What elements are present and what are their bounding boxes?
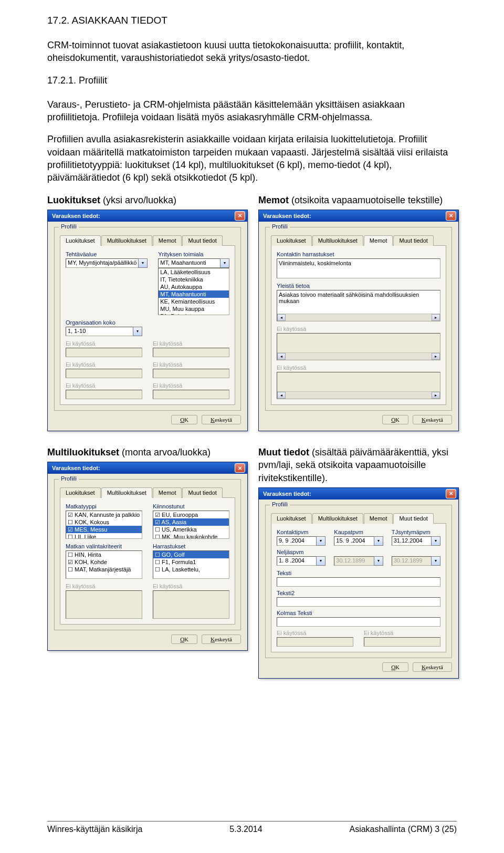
list-item[interactable]: LA, Lääketeollisuus <box>159 268 229 276</box>
label-yrityksen-toimiala: Yrityksen toimiala <box>158 251 229 257</box>
textarea-yleista[interactable]: Asiakas toivoo materiaalit sähköisinä ma… <box>277 290 440 321</box>
combo-org-koko[interactable]: 1, 1-10 ▾ <box>66 327 142 336</box>
disabled-checklist <box>66 590 142 619</box>
horizontal-scrollbar[interactable]: ◂ ▸ <box>277 314 440 321</box>
list-item[interactable]: MT, Maahantuonti <box>159 290 229 298</box>
checklist-item[interactable]: KOH, Kohde <box>66 558 142 566</box>
heading-muut-tiedot: Muut tiedot (sisältää päivämääräkenttiä,… <box>258 446 459 484</box>
scroll-left-icon[interactable]: ◂ <box>277 314 286 321</box>
label-harrastukset: Harrastukset <box>153 543 229 549</box>
close-icon[interactable] <box>446 211 456 221</box>
tab-memot[interactable]: Memot <box>364 235 393 246</box>
label-harrastukset: Kontaktin harrastukset <box>277 251 440 257</box>
label-disabled: Ei käytössä <box>277 630 353 636</box>
input-kolmas-teksti[interactable] <box>277 617 440 627</box>
tab-luokitukset[interactable]: Luokitukset <box>271 235 312 246</box>
label-disabled: Ei käytössä <box>277 326 440 332</box>
subheading-profiilit: 17.2.1. Profiilit <box>47 74 457 87</box>
textarea-harrastukset[interactable]: Viininmaistelu, koskimelonta <box>277 258 440 278</box>
date-kontaktipvm[interactable]: 9. 9 .2004▾ <box>277 536 326 546</box>
date-neljaspvm[interactable]: 1. 8 .2004▾ <box>277 556 326 566</box>
tab-multiluokitukset[interactable]: Multiluokitukset <box>312 235 363 246</box>
tab-memot[interactable]: Memot <box>153 487 182 498</box>
titlebar[interactable]: Varauksen tiedot: <box>48 210 247 222</box>
list-item[interactable]: KE, Kemianteollisuus <box>159 298 229 305</box>
document-page: 17.2. ASIAKKAAN TIEDOT CRM-toiminnot tuo… <box>0 0 504 853</box>
horizontal-scrollbar: ◂▸ <box>277 391 440 399</box>
checklist-item[interactable]: HIN, Hinta <box>66 551 142 558</box>
checklist-item[interactable]: MK, Muu kaukokohde <box>153 533 229 539</box>
cancel-button[interactable]: Keskeytä <box>202 634 241 644</box>
tab-multiluokitukset[interactable]: Multiluokitukset <box>101 235 152 246</box>
combo-tehtavaalue[interactable]: MY, Myyntijohtaja/päällikkö ▾ <box>66 258 148 268</box>
label-neljaspvm: Neljäspvm <box>277 549 326 555</box>
label-disabled: Ei käytössä <box>66 382 142 389</box>
tab-muut[interactable]: Muut tiedot <box>393 513 433 524</box>
input-teksti2[interactable] <box>277 597 440 607</box>
checklist-item[interactable]: F1, Formula1 <box>153 558 229 566</box>
list-item[interactable]: AU, Autokauppa <box>159 283 229 290</box>
ok-button[interactable]: OK <box>382 662 408 672</box>
checklist-item[interactable]: US, Amerikka <box>153 526 229 533</box>
checklist-item[interactable]: GO, Golf <box>153 551 229 558</box>
chevron-down-icon[interactable]: ▾ <box>138 258 148 268</box>
tab-multiluokitukset[interactable]: Multiluokitukset <box>101 487 152 498</box>
disabled-textarea: ◂▸ <box>277 372 440 399</box>
chevron-down-icon[interactable]: ▾ <box>220 258 229 268</box>
titlebar[interactable]: Varauksen tiedot: <box>259 488 458 500</box>
date-kaupatpvm[interactable]: 15. 9 .2004▾ <box>334 536 383 546</box>
ok-button[interactable]: OK <box>171 415 197 424</box>
list-item[interactable]: IT, Tietotekniikka <box>159 276 229 283</box>
checklist-kiinnostunut[interactable]: EU, EurooppaAS, AasiaUS, AmerikkaMK, Muu… <box>153 511 229 539</box>
checklist-valintakriteerit[interactable]: HIN, HintaKOH, KohdeMAT, Matkanjärjestäj… <box>66 550 142 579</box>
label-disabled: Ei käytössä <box>66 340 142 347</box>
list-item[interactable]: MU, Muu kauppa <box>159 305 229 313</box>
tab-memot[interactable]: Memot <box>153 235 182 246</box>
tab-multiluokitukset[interactable]: Multiluokitukset <box>312 513 363 524</box>
checklist-item[interactable]: MES, Messu <box>66 526 142 533</box>
list-item[interactable]: PA, Palvelut <box>159 313 229 315</box>
label-teksti2: Teksti2 <box>277 590 440 596</box>
dialog-title: Varauksen tiedot: <box>263 213 446 219</box>
dialog-title: Varauksen tiedot: <box>52 465 235 471</box>
checklist-item[interactable]: LA, Laskettelu, <box>153 566 229 573</box>
tab-body: Tehtäväalue MY, Myyntijohtaja/päällikkö … <box>60 246 235 405</box>
checklist-item[interactable]: AS, Aasia <box>153 518 229 526</box>
cancel-button[interactable]: Keskeytä <box>413 662 452 672</box>
close-icon[interactable] <box>446 489 456 498</box>
cancel-button[interactable]: Keskeytä <box>413 415 452 424</box>
checklist-item[interactable]: EU, Eurooppa <box>153 511 229 518</box>
tab-muut[interactable]: Muut tiedot <box>182 235 222 246</box>
ok-button[interactable]: OK <box>171 634 197 644</box>
tab-luokitukset[interactable]: Luokitukset <box>60 235 101 246</box>
tab-memot[interactable]: Memot <box>364 513 393 524</box>
tab-luokitukset[interactable]: Luokitukset <box>271 513 312 524</box>
footer-mid: 5.3.2014 <box>229 825 262 834</box>
tab-muut[interactable]: Muut tiedot <box>393 235 433 246</box>
label-kontaktipvm: Kontaktipvm <box>277 529 326 535</box>
group-legend: Profiili <box>59 475 79 482</box>
close-icon[interactable] <box>235 211 245 221</box>
checklist-item[interactable]: LII, Liike <box>66 533 142 539</box>
titlebar[interactable]: Varauksen tiedot: <box>259 210 458 222</box>
tab-luokitukset[interactable]: Luokitukset <box>60 487 101 498</box>
listbox-yrityksen-toimiala[interactable]: LA, LääketeollisuusIT, TietotekniikkaAU,… <box>158 268 229 315</box>
checklist-item[interactable]: MAT, Matkanjärjestäjä <box>66 566 142 573</box>
cancel-button[interactable]: Keskeytä <box>202 415 241 424</box>
input-teksti[interactable] <box>277 577 440 587</box>
chevron-down-icon[interactable]: ▾ <box>133 327 142 336</box>
disabled-field <box>66 348 142 357</box>
ok-button[interactable]: OK <box>382 415 408 424</box>
checklist-item[interactable]: KOK, Kokous <box>66 518 142 526</box>
scroll-right-icon[interactable]: ▸ <box>432 314 440 321</box>
date-tjsyntymäpvm[interactable]: 31.12.2004▾ <box>392 536 440 546</box>
checklist-harrastukset-multi[interactable]: GO, GolfF1, Formula1LA, Laskettelu, <box>153 550 229 579</box>
titlebar[interactable]: Varauksen tiedot: <box>48 462 247 474</box>
combo-yrityksen-toimiala[interactable]: MT, Maahantuonti ▾ <box>158 258 229 268</box>
label-kiinnostunut: Kiinnostunut <box>153 503 229 509</box>
checklist-matkatyyppi[interactable]: KAN, Kannuste ja palkkioKOK, KokousMES, … <box>66 511 142 539</box>
disabled-textarea: ◂▸ <box>277 333 440 360</box>
checklist-item[interactable]: KAN, Kannuste ja palkkio <box>66 511 142 518</box>
close-icon[interactable] <box>235 463 245 473</box>
tab-muut[interactable]: Muut tiedot <box>182 487 222 498</box>
